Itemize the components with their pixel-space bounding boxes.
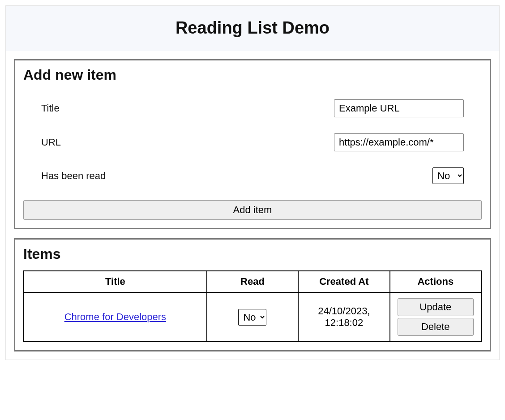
col-read: Read [207, 271, 298, 292]
col-actions: Actions [390, 271, 481, 292]
title-input[interactable] [334, 99, 464, 117]
read-select[interactable]: No Yes [432, 167, 464, 184]
add-item-button[interactable]: Add item [23, 200, 482, 220]
items-panel: Items Title Read Created At Actions Chro… [14, 238, 491, 351]
read-label: Has been read [41, 170, 106, 182]
delete-button[interactable]: Delete [398, 318, 474, 336]
table-header-row: Title Read Created At Actions [24, 271, 481, 292]
url-label: URL [41, 137, 61, 148]
url-input[interactable] [334, 133, 464, 151]
col-title: Title [24, 271, 207, 292]
read-row: Has been read No Yes [23, 159, 482, 192]
item-created-at: 24/10/2023, 12:18:02 [298, 292, 389, 342]
add-item-panel: Add new item Title URL Has been read No … [14, 59, 491, 229]
table-row: Chrome for Developers No 24/10/2023, 12:… [24, 292, 481, 342]
page-title: Reading List Demo [15, 18, 490, 38]
item-title-link[interactable]: Chrome for Developers [64, 311, 166, 322]
update-button[interactable]: Update [398, 298, 474, 316]
col-created: Created At [298, 271, 389, 292]
title-row: Title [23, 91, 482, 125]
title-label: Title [41, 103, 60, 114]
url-row: URL [23, 125, 482, 159]
page-header: Reading List Demo [6, 6, 499, 51]
item-read-select[interactable]: No [238, 309, 266, 326]
add-item-heading: Add new item [23, 67, 482, 83]
items-heading: Items [23, 246, 482, 262]
items-table: Title Read Created At Actions Chrome for… [23, 270, 482, 342]
